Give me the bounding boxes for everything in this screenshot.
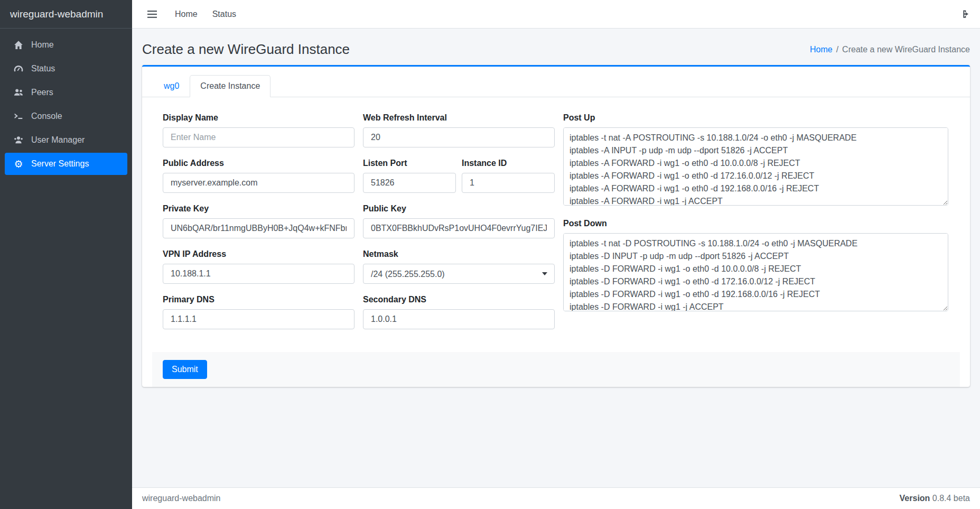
instance-id-label: Instance ID [462,159,555,168]
sidebar-item-label: Console [31,112,62,121]
sidebar-brand[interactable]: wireguard-webadmin [0,0,132,29]
public-key-input[interactable] [363,218,555,238]
vpn-ip-input[interactable] [163,264,354,284]
form-column-1: Display Name Public Address Private Key [163,113,354,340]
form-column-3: Post Up iptables -t nat -A POSTROUTING -… [563,113,948,340]
sidebar-item-label: Server Settings [31,159,89,169]
main-column: Home Status Create a new WireGuard Insta… [132,0,980,509]
form-footer: Submit [152,352,960,387]
home-icon [12,40,25,50]
sidebar-item-user-manager[interactable]: User Manager [5,129,127,151]
instance-card: wg0 Create Instance Display Name Public … [142,65,970,387]
terminal-icon [12,112,25,121]
menu-icon[interactable] [142,8,162,21]
sidebar-item-console[interactable]: Console [5,105,127,127]
gears-icon: ⚙ [12,159,25,169]
private-key-input[interactable] [163,218,354,238]
primary-dns-input[interactable] [163,309,354,329]
page-footer: wireguard-webadmin Version 0.8.4 beta [132,487,980,509]
instance-id-input[interactable] [462,173,555,193]
public-address-group: Public Address [163,159,354,193]
listen-port-group: Listen Port [363,159,456,193]
listen-port-input[interactable] [363,173,456,193]
vpn-ip-label: VPN IP Address [163,249,354,259]
secondary-dns-label: Secondary DNS [363,295,555,304]
post-up-label: Post Up [563,113,948,123]
public-address-label: Public Address [163,159,354,168]
users-icon [12,88,25,97]
sidebar-item-home[interactable]: Home [5,34,127,56]
submit-button[interactable]: Submit [163,360,207,379]
private-key-group: Private Key [163,204,354,238]
post-down-group: Post Down iptables -t nat -D POSTROUTING… [563,219,948,313]
sidebar-item-status[interactable]: Status [5,58,127,80]
content-area: Create a new WireGuard Instance Home/Cre… [132,29,980,487]
gauge-icon [12,64,25,73]
post-up-textarea[interactable]: iptables -t nat -A POSTROUTING -s 10.188… [563,127,948,206]
instance-tabs: wg0 Create Instance [142,67,970,97]
web-refresh-label: Web Refresh Interval [363,113,555,123]
display-name-group: Display Name [163,113,354,147]
secondary-dns-input[interactable] [363,309,555,329]
netmask-label: Netmask [363,249,555,259]
sidebar-item-peers[interactable]: Peers [5,81,127,104]
form-column-2: Web Refresh Interval Listen Port Instanc… [363,113,555,340]
sidebar-item-label: Status [31,64,55,73]
footer-version: Version 0.8.4 beta [900,494,970,503]
breadcrumb-home-link[interactable]: Home [810,45,833,54]
primary-dns-label: Primary DNS [163,295,354,304]
topnav-link-home[interactable]: Home [167,7,205,21]
display-name-input[interactable] [163,127,354,147]
public-key-group: Public Key [363,204,555,238]
sign-out-icon[interactable] [958,7,970,21]
listen-port-label: Listen Port [363,159,456,168]
user-group-icon [12,135,25,145]
tab-create-instance[interactable]: Create Instance [190,75,270,97]
sidebar-item-label: Peers [31,88,53,97]
topnav-link-status[interactable]: Status [205,7,244,21]
post-up-group: Post Up iptables -t nat -A POSTROUTING -… [563,113,948,208]
netmask-select-wrap: /24 (255.255.255.0) [363,264,555,284]
footer-version-value: 0.8.4 beta [932,494,970,503]
vpn-ip-group: VPN IP Address [163,249,354,284]
primary-dns-group: Primary DNS [163,295,354,329]
instance-form: Display Name Public Address Private Key [142,97,970,350]
instance-id-group: Instance ID [462,159,555,193]
sidebar: wireguard-webadmin Home Status Peers [0,0,132,509]
breadcrumb: Home/Create a new WireGuard Instance [810,45,970,54]
top-navbar: Home Status [132,0,980,29]
netmask-group: Netmask /24 (255.255.255.0) [363,249,555,284]
private-key-label: Private Key [163,204,354,214]
sidebar-item-label: Home [31,40,54,50]
sidebar-item-label: User Manager [31,135,85,145]
post-down-label: Post Down [563,219,948,228]
post-down-textarea[interactable]: iptables -t nat -D POSTROUTING -s 10.188… [563,233,948,311]
breadcrumb-separator: / [836,45,838,54]
tab-wg0[interactable]: wg0 [153,75,190,97]
content-header: Create a new WireGuard Instance Home/Cre… [142,29,970,65]
breadcrumb-current: Create a new WireGuard Instance [842,45,970,54]
app-root: wireguard-webadmin Home Status Peers [0,0,980,509]
footer-version-label: Version [900,494,930,503]
display-name-label: Display Name [163,113,354,123]
footer-brand: wireguard-webadmin [142,494,221,503]
web-refresh-input[interactable] [363,127,555,147]
web-refresh-group: Web Refresh Interval [363,113,555,147]
netmask-select[interactable]: /24 (255.255.255.0) [363,264,555,284]
public-key-label: Public Key [363,204,555,214]
public-address-input[interactable] [163,173,354,193]
port-id-row: Listen Port Instance ID [363,159,555,193]
sidebar-menu: Home Status Peers Console [0,29,132,177]
sidebar-item-server-settings[interactable]: ⚙ Server Settings [5,153,127,175]
secondary-dns-group: Secondary DNS [363,295,555,329]
page-title: Create a new WireGuard Instance [142,41,350,58]
